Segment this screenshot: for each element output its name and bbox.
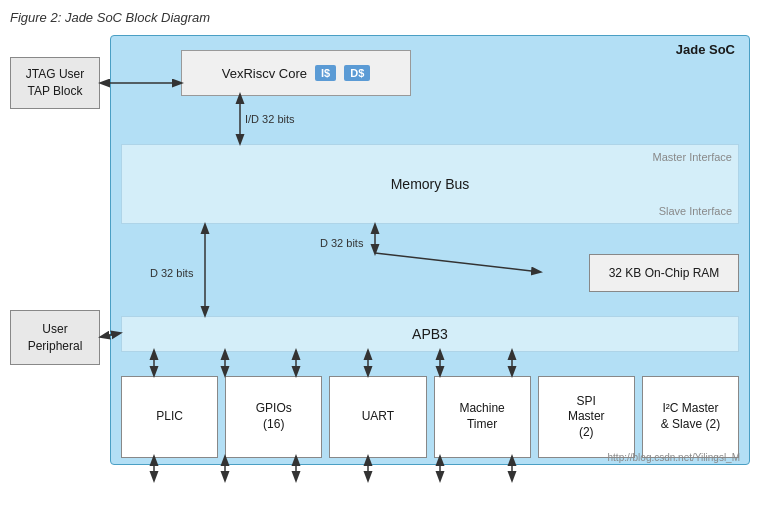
master-interface-label: Master Interface <box>653 151 732 163</box>
memory-bus-area: Memory Bus Master Interface Slave Interf… <box>121 144 739 224</box>
gpios-box: GPIOs (16) <box>225 376 322 458</box>
figure-title: Figure 2: Jade SoC Block Diagram <box>10 10 756 25</box>
icache-badge: I$ <box>315 65 336 81</box>
apb3-bar: APB3 <box>121 316 739 352</box>
slave-interface-label: Slave Interface <box>659 205 732 217</box>
user-peripheral-label: User Peripheral <box>28 321 83 355</box>
ram-box: 32 KB On-Chip RAM <box>589 254 739 292</box>
vexriscv-label: VexRiscv Core <box>222 66 307 81</box>
jtag-label: JTAG User TAP Block <box>26 66 84 100</box>
diagram-container: Jade SoC Memory Bus Master Interface Sla… <box>10 35 750 495</box>
jade-soc-box: Jade SoC Memory Bus Master Interface Sla… <box>110 35 750 465</box>
jtag-box: JTAG User TAP Block <box>10 57 100 109</box>
jade-soc-label: Jade SoC <box>676 42 735 57</box>
uart-box: UART <box>329 376 426 458</box>
spi-master-box: SPI Master (2) <box>538 376 635 458</box>
vexriscv-box: VexRiscv Core I$ D$ <box>181 50 411 96</box>
watermark: http://blog.csdn.net/Yilingsl_M <box>608 452 740 463</box>
dcache-badge: D$ <box>344 65 370 81</box>
i2c-master-box: I²C Master & Slave (2) <box>642 376 739 458</box>
memory-bus-label: Memory Bus <box>391 176 470 192</box>
user-peripheral-box: User Peripheral <box>10 310 100 365</box>
ram-label: 32 KB On-Chip RAM <box>609 266 720 280</box>
apb3-label: APB3 <box>412 326 448 342</box>
machine-timer-box: Machine Timer <box>434 376 531 458</box>
plic-box: PLIC <box>121 376 218 458</box>
peripheral-row: PLIC GPIOs (16) UART Machine Timer SPI M… <box>121 376 739 458</box>
